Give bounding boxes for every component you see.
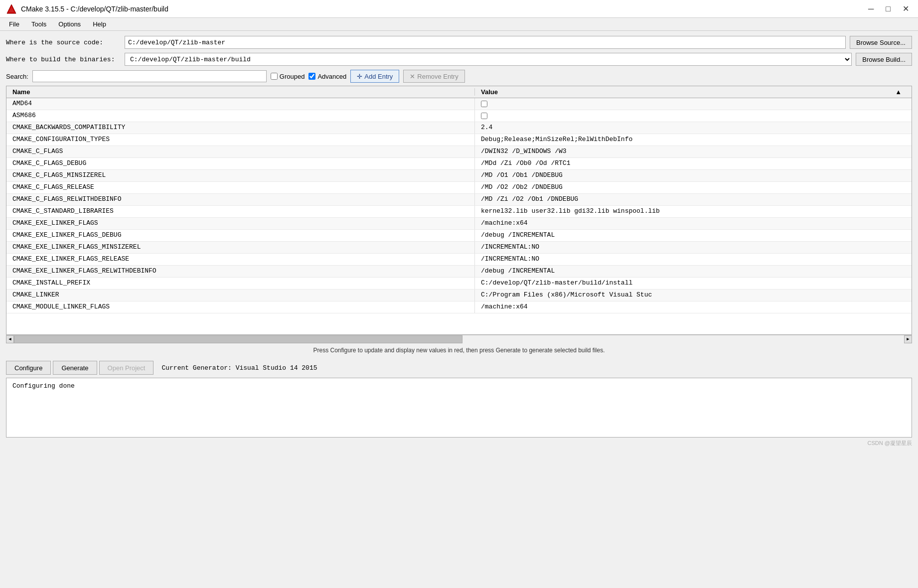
build-label: Where to build the binaries: xyxy=(6,56,121,63)
cell-name: CMAKE_CONFIGURATION_TYPES xyxy=(6,134,475,146)
cell-name: CMAKE_EXE_LINKER_FLAGS_DEBUG xyxy=(6,230,475,241)
grouped-checkbox[interactable] xyxy=(271,73,278,80)
cell-name: CMAKE_C_FLAGS_RELWITHDEBINFO xyxy=(6,194,475,205)
menu-options[interactable]: Options xyxy=(53,19,86,29)
generator-text: Current Generator: Visual Studio 14 2015 xyxy=(155,364,323,372)
cell-name: CMAKE_EXE_LINKER_FLAGS_RELWITHDEBINFO xyxy=(6,266,475,277)
advanced-checkbox-label[interactable]: Advanced xyxy=(308,73,346,80)
hscroll-right-button[interactable]: ▶ xyxy=(904,335,912,343)
open-project-button[interactable]: Open Project xyxy=(99,361,154,375)
cell-value-text: C:/develop/QT/zlib-master/build/install xyxy=(475,278,912,289)
search-input[interactable] xyxy=(32,70,267,82)
cell-value-text: C:/Program Files (x86)/Microsoft Visual … xyxy=(475,290,912,301)
cell-value-text: 2.4 xyxy=(475,122,912,134)
header-name: Name xyxy=(6,88,475,96)
source-code-row: Where is the source code: Browse Source.… xyxy=(6,36,912,49)
cell-name: CMAKE_BACKWARDS_COMPATIBILITY xyxy=(6,122,475,134)
table-row[interactable]: CMAKE_C_FLAGS_MINSIZEREL/MD /O1 /Ob1 /DN… xyxy=(6,170,912,182)
grouped-label: Grouped xyxy=(280,73,305,80)
generate-button[interactable]: Generate xyxy=(53,361,97,375)
table-row[interactable]: AMD64 xyxy=(6,98,912,110)
hscroll-track[interactable] xyxy=(14,335,904,343)
row-checkbox[interactable] xyxy=(481,101,487,107)
browse-source-button[interactable]: Browse Source... xyxy=(850,36,912,49)
table-row[interactable]: CMAKE_C_FLAGS_RELWITHDEBINFO/MD /Zi /O2 … xyxy=(6,194,912,206)
menu-help[interactable]: Help xyxy=(88,19,111,29)
row-checkbox[interactable] xyxy=(481,113,487,119)
config-table: Name Value ▲ AMD64ASM686CMAKE_BACKWARDS_… xyxy=(6,86,912,335)
source-input[interactable] xyxy=(125,36,846,49)
cell-value-checkbox[interactable] xyxy=(475,110,912,122)
cell-name: AMD64 xyxy=(6,98,475,110)
cell-name: CMAKE_MODULE_LINKER_FLAGS xyxy=(6,301,475,313)
cell-value-text: /machine:x64 xyxy=(475,301,912,313)
cell-name: ASM686 xyxy=(6,110,475,122)
cell-value-text: /INCREMENTAL:NO xyxy=(475,254,912,265)
cell-name: CMAKE_C_FLAGS_RELEASE xyxy=(6,182,475,193)
cell-name: CMAKE_C_FLAGS_MINSIZEREL xyxy=(6,170,475,181)
remove-entry-icon: ✕ xyxy=(410,73,415,80)
menu-file[interactable]: File xyxy=(4,19,24,29)
build-select[interactable]: C:/develop/QT/zlib-master/build xyxy=(125,53,852,66)
table-body: AMD64ASM686CMAKE_BACKWARDS_COMPATIBILITY… xyxy=(6,98,912,331)
table-row[interactable]: CMAKE_BACKWARDS_COMPATIBILITY2.4 xyxy=(6,122,912,134)
menu-tools[interactable]: Tools xyxy=(26,19,51,29)
cell-value-text: /debug /INCREMENTAL xyxy=(475,230,912,241)
watermark: CSDN @凝望星辰 xyxy=(6,438,912,447)
table-row[interactable]: CMAKE_EXE_LINKER_FLAGS/machine:x64 xyxy=(6,218,912,230)
cell-value-text: /DWIN32 /D_WINDOWS /W3 xyxy=(475,146,912,157)
cell-value-text: /INCREMENTAL:NO xyxy=(475,242,912,253)
cell-value-text: /MD /O1 /Ob1 /DNDEBUG xyxy=(475,170,912,181)
horizontal-scrollbar[interactable]: ◀ ▶ xyxy=(6,335,912,343)
cell-name: CMAKE_C_FLAGS xyxy=(6,146,475,157)
source-label: Where is the source code: xyxy=(6,39,121,46)
window-controls: ─ □ ✕ xyxy=(865,3,912,14)
bottom-toolbar: Configure Generate Open Project Current … xyxy=(6,358,912,378)
table-row[interactable]: CMAKE_EXE_LINKER_FLAGS_RELEASE/INCREMENT… xyxy=(6,254,912,266)
grouped-checkbox-label[interactable]: Grouped xyxy=(271,73,305,80)
minimize-button[interactable]: ─ xyxy=(865,3,877,14)
header-value: Value ▲ xyxy=(475,88,912,96)
configure-button[interactable]: Configure xyxy=(6,361,51,375)
search-label: Search: xyxy=(6,73,28,80)
maximize-button[interactable]: □ xyxy=(883,3,894,14)
cell-value-text: /MD /Zi /O2 /Ob1 /DNDEBUG xyxy=(475,194,912,205)
cell-name: CMAKE_EXE_LINKER_FLAGS_MINSIZEREL xyxy=(6,242,475,253)
table-row[interactable]: CMAKE_C_FLAGS_RELEASE/MD /O2 /Ob2 /DNDEB… xyxy=(6,182,912,194)
advanced-label: Advanced xyxy=(317,73,346,80)
table-row[interactable]: ASM686 xyxy=(6,110,912,122)
table-row[interactable]: CMAKE_EXE_LINKER_FLAGS_MINSIZEREL/INCREM… xyxy=(6,242,912,254)
close-button[interactable]: ✕ xyxy=(900,3,912,14)
cell-value-text: kernel32.lib user32.lib gdi32.lib winspo… xyxy=(475,206,912,217)
hscroll-thumb[interactable] xyxy=(14,335,462,343)
table-row[interactable]: CMAKE_C_FLAGS_DEBUG/MDd /Zi /Ob0 /Od /RT… xyxy=(6,158,912,170)
main-content: Where is the source code: Browse Source.… xyxy=(0,31,918,452)
cell-name: CMAKE_C_FLAGS_DEBUG xyxy=(6,158,475,169)
table-row[interactable]: CMAKE_C_FLAGS/DWIN32 /D_WINDOWS /W3 xyxy=(6,146,912,158)
remove-entry-button[interactable]: ✕ Remove Entry xyxy=(403,70,464,83)
cell-value-text: Debug;Release;MinSizeRel;RelWithDebInfo xyxy=(475,134,912,146)
cmake-logo-icon xyxy=(6,3,17,14)
output-log-text: Configuring done xyxy=(12,382,75,390)
add-entry-label: Add Entry xyxy=(364,73,393,80)
hscroll-left-button[interactable]: ◀ xyxy=(6,335,14,343)
table-header: Name Value ▲ xyxy=(6,86,912,98)
cell-name: CMAKE_LINKER xyxy=(6,290,475,301)
cell-name: CMAKE_EXE_LINKER_FLAGS_RELEASE xyxy=(6,254,475,265)
table-row[interactable]: CMAKE_LINKERC:/Program Files (x86)/Micro… xyxy=(6,290,912,301)
cell-name: CMAKE_C_STANDARD_LIBRARIES xyxy=(6,206,475,217)
advanced-checkbox[interactable] xyxy=(308,73,315,80)
table-row[interactable]: CMAKE_C_STANDARD_LIBRARIESkernel32.lib u… xyxy=(6,206,912,218)
browse-build-button[interactable]: Browse Build... xyxy=(856,53,912,66)
cell-value-text: /MDd /Zi /Ob0 /Od /RTC1 xyxy=(475,158,912,169)
cell-value-checkbox[interactable] xyxy=(475,98,912,110)
toolbar: Search: Grouped Advanced ✛ Add Entry ✕ R… xyxy=(6,70,912,83)
table-row[interactable]: CMAKE_INSTALL_PREFIXC:/develop/QT/zlib-m… xyxy=(6,278,912,290)
add-entry-button[interactable]: ✛ Add Entry xyxy=(350,70,399,83)
table-row[interactable]: CMAKE_CONFIGURATION_TYPESDebug;Release;M… xyxy=(6,134,912,146)
cell-value-text: /debug /INCREMENTAL xyxy=(475,266,912,277)
table-row[interactable]: CMAKE_MODULE_LINKER_FLAGS/machine:x64 xyxy=(6,301,912,313)
table-row[interactable]: CMAKE_EXE_LINKER_FLAGS_DEBUG/debug /INCR… xyxy=(6,230,912,242)
table-row[interactable]: CMAKE_EXE_LINKER_FLAGS_RELWITHDEBINFO/de… xyxy=(6,266,912,278)
window-title: CMake 3.15.5 - C:/develop/QT/zlib-master… xyxy=(21,5,168,13)
